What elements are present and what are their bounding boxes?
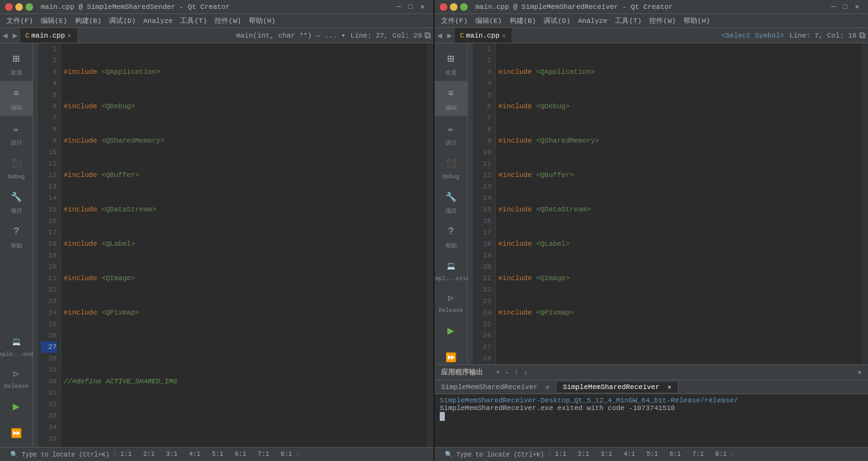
output-remove-btn[interactable]: -	[503, 369, 512, 376]
right-kit-icon: 💻	[442, 257, 460, 274]
menu-build-right[interactable]: 构建(B)	[506, 15, 540, 27]
right-side-run[interactable]: ▶	[435, 318, 467, 344]
right-side-projects[interactable]: 🔧 项目	[435, 184, 467, 219]
left-side-help[interactable]: ? 帮助	[0, 219, 32, 254]
left-tab-back[interactable]: ◀	[0, 31, 10, 41]
left-side-design[interactable]: ✏ 设计	[0, 116, 32, 151]
left-scrollbar[interactable]	[427, 43, 433, 447]
right-window-title: main.cpp @ SimpleMemSharedReceiver - Qt …	[475, 3, 673, 11]
left-editor-area: ⊞ 欢迎 ≡ 编辑 ✏ 设计 ⬛ Debug	[0, 43, 433, 447]
menu-file-left[interactable]: 文件(F)	[3, 15, 37, 27]
right-code-with-sidebar: ⊞ 欢迎 ≡ 编辑 ✏ 设计 ⬛ Debug	[435, 43, 868, 364]
menu-widgets-left[interactable]: 控件(W)	[211, 15, 245, 27]
menu-debug-left[interactable]: 调试(D)	[105, 15, 139, 27]
menu-tools-left[interactable]: 工具(T)	[176, 15, 211, 27]
close-button[interactable]	[5, 3, 13, 11]
right-projects-icon: 🔧	[442, 188, 460, 206]
right-main-tab[interactable]: C main.cpp ✕	[455, 28, 512, 43]
menu-help-right[interactable]: 帮助(H)	[680, 15, 714, 27]
left-status-search[interactable]: 🔍 Type to locate (Ctrl+K)	[5, 451, 115, 458]
menu-edit-left[interactable]: 编辑(E)	[37, 15, 71, 27]
left-title-bar: main.cpp @ SimpleMemSharedSender - Qt Cr…	[0, 0, 433, 14]
output-close-btn[interactable]: ✕	[855, 368, 864, 376]
output-tab-receiver-close[interactable]: ✕	[668, 384, 671, 391]
left-side-release[interactable]: ▷ Release	[0, 360, 32, 394]
menu-tools-right[interactable]: 工具(T)	[611, 15, 645, 27]
left-code-area[interactable]: 12345 678910 1112131415 1617181920 21222…	[33, 43, 433, 447]
maximize-button[interactable]	[25, 3, 33, 11]
left-side-run[interactable]: ▶	[0, 394, 32, 420]
right-maximize-button[interactable]	[460, 3, 468, 11]
right-window-close-btn[interactable]: ✕	[851, 3, 863, 11]
left-window-close-btn[interactable]: ✕	[416, 3, 428, 11]
right-status-bar: 🔍 Type to locate (Ctrl+K) 1:1 2:1 3:1 4:…	[435, 447, 868, 461]
output-up-btn[interactable]: ↑	[512, 369, 521, 376]
right-side-help[interactable]: ? 帮助	[435, 219, 467, 254]
right-side-welcome[interactable]: ⊞ 欢迎	[435, 46, 467, 81]
menu-build-left[interactable]: 构建(B)	[71, 15, 106, 27]
right-menu-bar: 文件(F) 编辑(E) 构建(B) 调试(D) Analyze 工具(T) 控件…	[435, 14, 868, 28]
right-tab-status[interactable]: <Select Symbol>	[721, 32, 784, 39]
left-tab-fwd[interactable]: ▶	[10, 31, 20, 41]
right-side-edit[interactable]: ≡ 编辑	[435, 81, 467, 116]
right-editor-window: main.cpp @ SimpleMemSharedReceiver - Qt …	[435, 0, 868, 461]
left-side-edit[interactable]: ≡ 编辑	[0, 81, 32, 116]
right-side-panel: ⊞ 欢迎 ≡ 编辑 ✏ 设计 ⬛ Debug	[435, 43, 468, 364]
right-side-debug[interactable]: ⬛ Debug	[435, 151, 467, 184]
right-side-kit[interactable]: 💻 Simpl...eiver	[435, 254, 467, 285]
left-side-debug[interactable]: ⬛ Debug	[0, 151, 32, 184]
right-tab-info: <Select Symbol> Line: 7, Col: 18 ⧉	[512, 31, 868, 41]
right-window-max-btn[interactable]: □	[839, 3, 851, 11]
menu-widgets-right[interactable]: 控件(W)	[645, 15, 680, 27]
right-scrollbar[interactable]	[862, 43, 868, 364]
output-tab-sender[interactable]: SimpleMemSharedReceiver ✕	[435, 382, 556, 392]
right-side-release[interactable]: ▷ Release	[435, 285, 467, 318]
output-add-btn[interactable]: +	[493, 369, 503, 376]
right-side-design[interactable]: ✏ 设计	[435, 116, 467, 151]
left-main-tab[interactable]: C main.cpp ✕	[20, 28, 77, 43]
menu-file-right[interactable]: 文件(F)	[437, 15, 472, 27]
right-tab-fwd[interactable]: ▶	[445, 31, 455, 41]
right-debug-icon: ⬛	[442, 155, 460, 173]
left-side-step[interactable]: ⏩	[0, 420, 32, 447]
output-tab-sender-close[interactable]: ✕	[545, 384, 549, 391]
left-side-welcome[interactable]: ⊞ 欢迎	[0, 46, 32, 81]
right-status-search[interactable]: 🔍 Type to locate (Ctrl+K)	[440, 451, 550, 458]
output-down-btn[interactable]: ↓	[521, 369, 531, 376]
right-run-icon: ▶	[442, 322, 460, 339]
right-editor-area: ⊞ 欢迎 ≡ 编辑 ✏ 设计 ⬛ Debug	[435, 43, 868, 461]
right-code-area[interactable]: 12345 678910 1112131415 1617181920 21222…	[468, 43, 868, 364]
debug-icon: ⬛	[8, 155, 25, 173]
right-edit-icon: ≡	[442, 85, 460, 103]
right-tab-close[interactable]: ✕	[502, 32, 506, 39]
left-tab-close[interactable]: ✕	[67, 32, 71, 39]
menu-analyze-right[interactable]: Analyze	[574, 16, 611, 26]
menu-analyze-left[interactable]: Analyze	[139, 16, 176, 26]
right-minimize-button[interactable]	[450, 3, 458, 11]
menu-edit-right[interactable]: 编辑(E)	[472, 15, 506, 27]
output-tab-receiver[interactable]: SimpleMemSharedReceiver ✕	[556, 382, 678, 392]
left-side-projects[interactable]: 🔧 项目	[0, 184, 32, 219]
left-window-min-btn[interactable]: ─	[393, 3, 405, 11]
right-side-step[interactable]: ⏩	[435, 344, 467, 364]
left-split-icon[interactable]: ⧉	[424, 31, 431, 41]
design-icon: ✏	[8, 120, 25, 138]
left-status-bar: 🔍 Type to locate (Ctrl+K) 1:1 2:1 3:1 4:…	[0, 447, 433, 461]
right-gutter-expand	[468, 43, 473, 364]
right-line-numbers: 12345 678910 1112131415 1617181920 21222…	[473, 43, 496, 364]
output-label: 应用程序输出	[438, 367, 486, 377]
right-window-min-btn[interactable]: ─	[827, 3, 839, 11]
left-side-kit[interactable]: 💻 Simple...ender	[0, 330, 32, 360]
left-window-max-btn[interactable]: □	[405, 3, 417, 11]
right-tab-back[interactable]: ◀	[435, 31, 445, 41]
left-tab-status: main(int, char **) — ... ▾	[236, 31, 346, 39]
menu-help-left[interactable]: 帮助(H)	[245, 15, 279, 27]
left-code-content[interactable]: #include <QApplication> #include <QDebug…	[61, 43, 427, 447]
minimize-button[interactable]	[15, 3, 23, 11]
right-tab-position: Line: 7, Col: 18	[789, 32, 857, 39]
output-cursor	[440, 412, 445, 421]
menu-debug-right[interactable]: 调试(D)	[540, 15, 574, 27]
right-close-button[interactable]	[440, 3, 447, 11]
right-code-content[interactable]: #include <QApplication> #include <QDebug…	[496, 43, 862, 364]
right-split-icon[interactable]: ⧉	[859, 31, 865, 41]
